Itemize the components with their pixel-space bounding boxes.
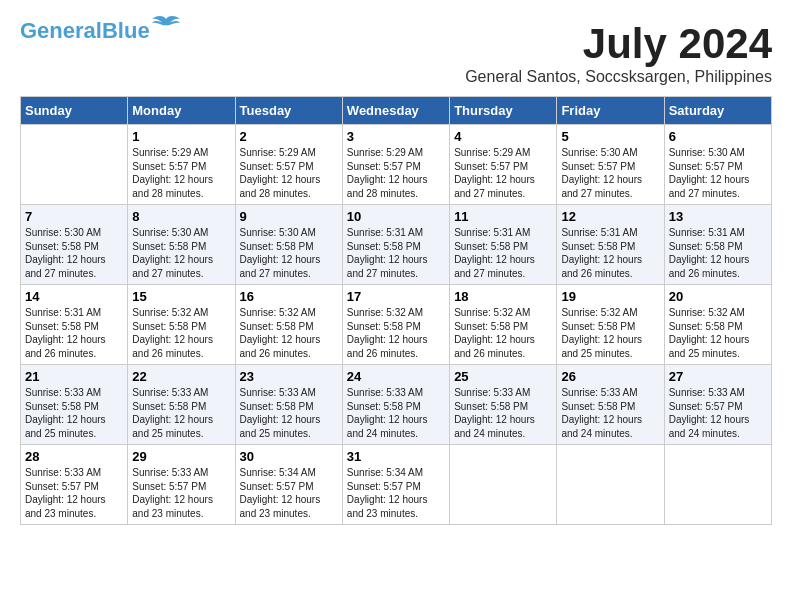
title-block: July 2024 General Santos, Soccsksargen, … [465, 20, 772, 86]
day-number: 10 [347, 209, 445, 224]
day-number: 24 [347, 369, 445, 384]
calendar-week-row: 21Sunrise: 5:33 AM Sunset: 5:58 PM Dayli… [21, 365, 772, 445]
calendar-cell: 26Sunrise: 5:33 AM Sunset: 5:58 PM Dayli… [557, 365, 664, 445]
calendar-week-row: 1Sunrise: 5:29 AM Sunset: 5:57 PM Daylig… [21, 125, 772, 205]
day-number: 22 [132, 369, 230, 384]
day-info: Sunrise: 5:33 AM Sunset: 5:57 PM Dayligh… [669, 386, 767, 440]
location-title: General Santos, Soccsksargen, Philippine… [465, 68, 772, 86]
day-number: 14 [25, 289, 123, 304]
day-info: Sunrise: 5:31 AM Sunset: 5:58 PM Dayligh… [347, 226, 445, 280]
day-number: 28 [25, 449, 123, 464]
header-wednesday: Wednesday [342, 97, 449, 125]
day-number: 1 [132, 129, 230, 144]
calendar-cell: 27Sunrise: 5:33 AM Sunset: 5:57 PM Dayli… [664, 365, 771, 445]
day-number: 16 [240, 289, 338, 304]
calendar-table: SundayMondayTuesdayWednesdayThursdayFrid… [20, 96, 772, 525]
day-info: Sunrise: 5:32 AM Sunset: 5:58 PM Dayligh… [669, 306, 767, 360]
day-info: Sunrise: 5:31 AM Sunset: 5:58 PM Dayligh… [561, 226, 659, 280]
day-number: 2 [240, 129, 338, 144]
calendar-cell [557, 445, 664, 525]
day-info: Sunrise: 5:31 AM Sunset: 5:58 PM Dayligh… [669, 226, 767, 280]
day-number: 19 [561, 289, 659, 304]
calendar-cell: 1Sunrise: 5:29 AM Sunset: 5:57 PM Daylig… [128, 125, 235, 205]
day-number: 21 [25, 369, 123, 384]
day-number: 7 [25, 209, 123, 224]
day-info: Sunrise: 5:31 AM Sunset: 5:58 PM Dayligh… [25, 306, 123, 360]
day-number: 13 [669, 209, 767, 224]
day-info: Sunrise: 5:32 AM Sunset: 5:58 PM Dayligh… [561, 306, 659, 360]
day-number: 9 [240, 209, 338, 224]
calendar-cell: 9Sunrise: 5:30 AM Sunset: 5:58 PM Daylig… [235, 205, 342, 285]
page-header: GeneralBlue July 2024 General Santos, So… [20, 20, 772, 86]
day-info: Sunrise: 5:33 AM Sunset: 5:57 PM Dayligh… [25, 466, 123, 520]
calendar-header-row: SundayMondayTuesdayWednesdayThursdayFrid… [21, 97, 772, 125]
calendar-cell: 23Sunrise: 5:33 AM Sunset: 5:58 PM Dayli… [235, 365, 342, 445]
day-number: 6 [669, 129, 767, 144]
calendar-cell: 4Sunrise: 5:29 AM Sunset: 5:57 PM Daylig… [450, 125, 557, 205]
calendar-cell: 3Sunrise: 5:29 AM Sunset: 5:57 PM Daylig… [342, 125, 449, 205]
calendar-cell: 19Sunrise: 5:32 AM Sunset: 5:58 PM Dayli… [557, 285, 664, 365]
day-number: 4 [454, 129, 552, 144]
calendar-week-row: 7Sunrise: 5:30 AM Sunset: 5:58 PM Daylig… [21, 205, 772, 285]
day-number: 29 [132, 449, 230, 464]
calendar-week-row: 28Sunrise: 5:33 AM Sunset: 5:57 PM Dayli… [21, 445, 772, 525]
calendar-cell: 16Sunrise: 5:32 AM Sunset: 5:58 PM Dayli… [235, 285, 342, 365]
day-info: Sunrise: 5:29 AM Sunset: 5:57 PM Dayligh… [240, 146, 338, 200]
calendar-cell: 7Sunrise: 5:30 AM Sunset: 5:58 PM Daylig… [21, 205, 128, 285]
day-number: 30 [240, 449, 338, 464]
calendar-cell: 10Sunrise: 5:31 AM Sunset: 5:58 PM Dayli… [342, 205, 449, 285]
day-info: Sunrise: 5:29 AM Sunset: 5:57 PM Dayligh… [132, 146, 230, 200]
day-info: Sunrise: 5:33 AM Sunset: 5:58 PM Dayligh… [454, 386, 552, 440]
logo: GeneralBlue [20, 20, 180, 42]
day-info: Sunrise: 5:33 AM Sunset: 5:58 PM Dayligh… [561, 386, 659, 440]
calendar-cell: 6Sunrise: 5:30 AM Sunset: 5:57 PM Daylig… [664, 125, 771, 205]
day-info: Sunrise: 5:29 AM Sunset: 5:57 PM Dayligh… [454, 146, 552, 200]
calendar-cell: 22Sunrise: 5:33 AM Sunset: 5:58 PM Dayli… [128, 365, 235, 445]
day-number: 12 [561, 209, 659, 224]
day-number: 26 [561, 369, 659, 384]
calendar-cell: 18Sunrise: 5:32 AM Sunset: 5:58 PM Dayli… [450, 285, 557, 365]
day-info: Sunrise: 5:30 AM Sunset: 5:58 PM Dayligh… [25, 226, 123, 280]
day-number: 18 [454, 289, 552, 304]
calendar-cell: 28Sunrise: 5:33 AM Sunset: 5:57 PM Dayli… [21, 445, 128, 525]
logo-bird-icon [152, 15, 180, 37]
day-info: Sunrise: 5:33 AM Sunset: 5:57 PM Dayligh… [132, 466, 230, 520]
day-number: 27 [669, 369, 767, 384]
logo-text: GeneralBlue [20, 20, 150, 42]
calendar-cell [450, 445, 557, 525]
calendar-cell: 17Sunrise: 5:32 AM Sunset: 5:58 PM Dayli… [342, 285, 449, 365]
day-info: Sunrise: 5:30 AM Sunset: 5:58 PM Dayligh… [132, 226, 230, 280]
calendar-cell: 12Sunrise: 5:31 AM Sunset: 5:58 PM Dayli… [557, 205, 664, 285]
calendar-cell: 25Sunrise: 5:33 AM Sunset: 5:58 PM Dayli… [450, 365, 557, 445]
calendar-cell: 21Sunrise: 5:33 AM Sunset: 5:58 PM Dayli… [21, 365, 128, 445]
day-info: Sunrise: 5:33 AM Sunset: 5:58 PM Dayligh… [347, 386, 445, 440]
calendar-cell [664, 445, 771, 525]
day-number: 15 [132, 289, 230, 304]
day-info: Sunrise: 5:32 AM Sunset: 5:58 PM Dayligh… [240, 306, 338, 360]
calendar-cell: 20Sunrise: 5:32 AM Sunset: 5:58 PM Dayli… [664, 285, 771, 365]
day-number: 5 [561, 129, 659, 144]
calendar-cell: 2Sunrise: 5:29 AM Sunset: 5:57 PM Daylig… [235, 125, 342, 205]
day-info: Sunrise: 5:34 AM Sunset: 5:57 PM Dayligh… [240, 466, 338, 520]
calendar-cell: 5Sunrise: 5:30 AM Sunset: 5:57 PM Daylig… [557, 125, 664, 205]
calendar-cell: 15Sunrise: 5:32 AM Sunset: 5:58 PM Dayli… [128, 285, 235, 365]
calendar-cell: 13Sunrise: 5:31 AM Sunset: 5:58 PM Dayli… [664, 205, 771, 285]
day-info: Sunrise: 5:32 AM Sunset: 5:58 PM Dayligh… [132, 306, 230, 360]
header-saturday: Saturday [664, 97, 771, 125]
calendar-cell: 14Sunrise: 5:31 AM Sunset: 5:58 PM Dayli… [21, 285, 128, 365]
day-info: Sunrise: 5:31 AM Sunset: 5:58 PM Dayligh… [454, 226, 552, 280]
day-info: Sunrise: 5:30 AM Sunset: 5:58 PM Dayligh… [240, 226, 338, 280]
day-number: 11 [454, 209, 552, 224]
calendar-cell: 24Sunrise: 5:33 AM Sunset: 5:58 PM Dayli… [342, 365, 449, 445]
calendar-cell: 31Sunrise: 5:34 AM Sunset: 5:57 PM Dayli… [342, 445, 449, 525]
day-number: 20 [669, 289, 767, 304]
day-info: Sunrise: 5:34 AM Sunset: 5:57 PM Dayligh… [347, 466, 445, 520]
calendar-cell: 11Sunrise: 5:31 AM Sunset: 5:58 PM Dayli… [450, 205, 557, 285]
header-monday: Monday [128, 97, 235, 125]
header-tuesday: Tuesday [235, 97, 342, 125]
calendar-cell: 30Sunrise: 5:34 AM Sunset: 5:57 PM Dayli… [235, 445, 342, 525]
day-number: 23 [240, 369, 338, 384]
day-info: Sunrise: 5:33 AM Sunset: 5:58 PM Dayligh… [240, 386, 338, 440]
day-info: Sunrise: 5:32 AM Sunset: 5:58 PM Dayligh… [454, 306, 552, 360]
day-info: Sunrise: 5:33 AM Sunset: 5:58 PM Dayligh… [132, 386, 230, 440]
